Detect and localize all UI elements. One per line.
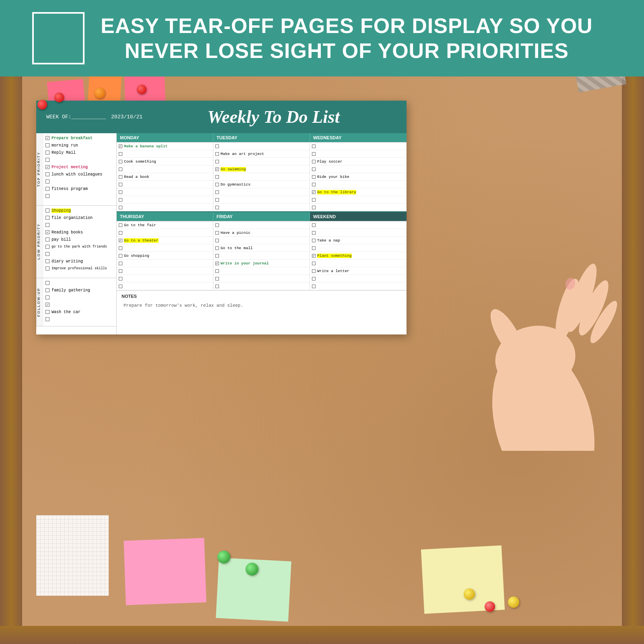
- candy-yellow-2: [508, 597, 519, 608]
- cell-checkbox[interactable]: [312, 144, 316, 148]
- cell-checkbox[interactable]: [119, 160, 122, 163]
- cell-checkbox[interactable]: [119, 246, 122, 250]
- cell-checkbox[interactable]: [312, 190, 316, 194]
- cell-checkbox[interactable]: [312, 175, 316, 179]
- cell-checkbox[interactable]: [215, 246, 219, 250]
- task-checkbox[interactable]: [45, 266, 50, 270]
- grid-cell: Go swimming: [213, 165, 310, 173]
- cell-checkbox[interactable]: [215, 231, 219, 235]
- task-checkbox[interactable]: [45, 310, 50, 314]
- cell-checkbox[interactable]: [119, 175, 122, 179]
- cell-checkbox[interactable]: [119, 239, 122, 242]
- task-checkbox[interactable]: [45, 288, 50, 292]
- task-checkbox[interactable]: [45, 187, 50, 191]
- low-priority-section: LOW PRIORITY Shopping file organization: [36, 206, 116, 278]
- cell-checkbox[interactable]: [119, 183, 122, 186]
- pushpin-red-planner: [37, 100, 47, 109]
- cell-checkbox[interactable]: [312, 183, 316, 186]
- cell-checkbox[interactable]: [215, 160, 219, 163]
- grid-cell: Read a book: [117, 173, 213, 180]
- cell-checkbox[interactable]: [312, 269, 316, 273]
- cell-checkbox[interactable]: [215, 277, 219, 281]
- cell-checkbox[interactable]: [119, 285, 122, 288]
- cell-checkbox[interactable]: [215, 152, 219, 156]
- task-checkbox[interactable]: [45, 165, 50, 169]
- grid-cell: Write in your journal: [213, 260, 310, 267]
- task-checkbox[interactable]: [45, 172, 50, 176]
- cell-checkbox[interactable]: [215, 183, 219, 186]
- cell-checkbox[interactable]: [312, 206, 316, 209]
- top-priority-tasks: Prepare breakfast morning run Reply Mail: [43, 133, 116, 201]
- task-item: Reading books: [43, 229, 116, 236]
- task-checkbox[interactable]: [45, 194, 50, 198]
- cell-checkbox[interactable]: [215, 254, 219, 258]
- task-checkbox[interactable]: [45, 223, 50, 227]
- cell-checkbox[interactable]: [312, 160, 316, 163]
- cell-text: Make an art project: [221, 152, 264, 156]
- task-checkbox[interactable]: [45, 158, 50, 162]
- cell-checkbox[interactable]: [215, 144, 219, 148]
- task-checkbox[interactable]: [45, 151, 50, 155]
- cell-checkbox[interactable]: [119, 277, 122, 281]
- cell-checkbox[interactable]: [312, 285, 316, 288]
- task-checkbox[interactable]: [45, 143, 50, 147]
- cell-text: Take a nap: [317, 238, 340, 243]
- task-item: [43, 301, 116, 308]
- cell-checkbox[interactable]: [215, 223, 219, 227]
- cell-checkbox[interactable]: [312, 152, 316, 156]
- cell-checkbox[interactable]: [119, 223, 122, 227]
- task-checkbox[interactable]: [45, 303, 50, 307]
- cell-checkbox[interactable]: [119, 254, 122, 258]
- task-checkbox[interactable]: [45, 136, 50, 140]
- task-text: lunch with colleagues: [52, 172, 102, 177]
- cell-checkbox[interactable]: [119, 269, 122, 273]
- cell-checkbox[interactable]: [215, 175, 219, 179]
- grid-cell: Go to the mall: [213, 244, 310, 252]
- cell-checkbox[interactable]: [119, 262, 122, 265]
- cell-checkbox[interactable]: [119, 206, 122, 209]
- cell-checkbox[interactable]: [215, 262, 219, 265]
- cell-checkbox[interactable]: [312, 246, 316, 250]
- task-checkbox[interactable]: [45, 216, 50, 220]
- cell-checkbox[interactable]: [312, 231, 316, 235]
- grid-cell: Go to a theater: [117, 237, 213, 244]
- task-checkbox[interactable]: [45, 252, 50, 256]
- cell-checkbox[interactable]: [312, 198, 316, 202]
- cell-checkbox[interactable]: [215, 269, 219, 273]
- task-checkbox[interactable]: [45, 237, 50, 242]
- cell-checkbox[interactable]: [312, 277, 316, 281]
- cell-checkbox[interactable]: [119, 190, 122, 194]
- grid-header-bottom: THURSDAY FRIDAY WEEKEND: [117, 211, 407, 221]
- cell-checkbox[interactable]: [215, 167, 219, 171]
- grid-cell: [213, 267, 310, 275]
- grid-cell: [213, 237, 310, 244]
- cell-checkbox[interactable]: [312, 254, 316, 258]
- task-checkbox[interactable]: [45, 259, 50, 263]
- follow-up-tasks: family gathering Wash the car: [43, 278, 116, 324]
- task-checkbox[interactable]: [45, 208, 50, 213]
- cell-checkbox[interactable]: [312, 262, 316, 265]
- cell-checkbox[interactable]: [215, 206, 219, 209]
- cell-checkbox[interactable]: [215, 285, 219, 288]
- cell-checkbox[interactable]: [119, 231, 122, 235]
- cell-checkbox[interactable]: [215, 190, 219, 194]
- cell-text: Write in your journal: [221, 261, 269, 266]
- task-checkbox[interactable]: [45, 317, 50, 321]
- task-checkbox[interactable]: [45, 245, 50, 249]
- cell-checkbox[interactable]: [312, 167, 316, 171]
- follow-up-section: FOLLOW-UP family gathering: [36, 278, 116, 326]
- task-checkbox[interactable]: [45, 180, 50, 184]
- task-checkbox[interactable]: [45, 295, 50, 299]
- cell-checkbox[interactable]: [119, 152, 122, 156]
- cell-checkbox[interactable]: [119, 198, 122, 202]
- grid-row: Go shopping Plant something: [117, 252, 407, 260]
- cell-checkbox[interactable]: [215, 239, 219, 242]
- cell-checkbox[interactable]: [312, 223, 316, 227]
- task-checkbox[interactable]: [45, 230, 50, 234]
- task-checkbox[interactable]: [45, 281, 50, 285]
- cell-checkbox[interactable]: [119, 144, 122, 148]
- cell-checkbox[interactable]: [119, 167, 122, 171]
- cell-checkbox[interactable]: [215, 198, 219, 202]
- col-thursday: THURSDAY: [117, 212, 213, 221]
- cell-checkbox[interactable]: [312, 239, 316, 242]
